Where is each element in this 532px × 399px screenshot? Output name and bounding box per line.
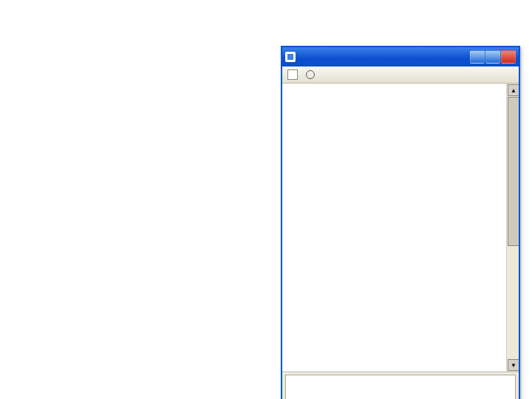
window-icon: [285, 52, 296, 62]
scroll-up-button[interactable]: ▲: [508, 84, 519, 96]
status-panel: [282, 372, 519, 399]
window-minimize-button[interactable]: [470, 50, 485, 64]
window-close-button[interactable]: [501, 50, 516, 64]
ildasm-window: ▲ ▼: [281, 46, 520, 399]
window-toolbar: [282, 66, 519, 83]
window-maximize-button[interactable]: [485, 50, 500, 64]
tree-panel: ▲ ▼: [282, 83, 519, 372]
scroll-thumb[interactable]: [508, 97, 519, 246]
status-text: [285, 375, 516, 399]
toolbar-button[interactable]: [285, 67, 300, 82]
scroll-down-button[interactable]: ▼: [508, 359, 519, 371]
window-titlebar[interactable]: [282, 47, 519, 66]
toolbar-button[interactable]: [303, 67, 318, 82]
page-icon: [287, 69, 298, 80]
vertical-scrollbar[interactable]: ▲ ▼: [506, 83, 519, 372]
gear-icon: [306, 70, 315, 79]
